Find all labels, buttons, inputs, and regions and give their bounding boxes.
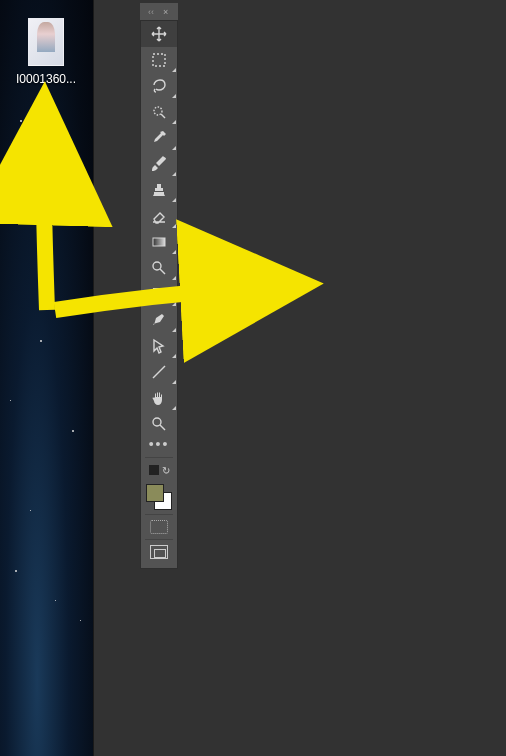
type-tool[interactable] bbox=[141, 281, 177, 307]
dodge-tool[interactable] bbox=[141, 255, 177, 281]
quick-mask-icon[interactable] bbox=[150, 520, 168, 534]
toolbox-header[interactable]: ‹‹ × bbox=[140, 3, 178, 20]
eyedropper-tool[interactable] bbox=[141, 125, 177, 151]
svg-rect-2 bbox=[153, 238, 165, 246]
hand-tool[interactable] bbox=[141, 385, 177, 411]
collapse-panel-icon[interactable]: ‹‹ bbox=[145, 7, 157, 17]
gradient-tool[interactable] bbox=[141, 229, 177, 255]
pen-tool[interactable] bbox=[141, 307, 177, 333]
toolbox-panel: ••• ↻ bbox=[140, 20, 178, 569]
desktop-background: I0001360... bbox=[0, 0, 93, 756]
submenu-indicator-icon bbox=[172, 120, 176, 124]
quick-selection-tool[interactable] bbox=[141, 99, 177, 125]
eraser-tool[interactable] bbox=[141, 203, 177, 229]
submenu-indicator-icon bbox=[172, 328, 176, 332]
move-tool[interactable] bbox=[141, 21, 177, 47]
foreground-color-swatch[interactable] bbox=[146, 484, 164, 502]
swap-colors-icon[interactable]: ↻ bbox=[162, 465, 170, 476]
svg-point-3 bbox=[153, 262, 161, 270]
submenu-indicator-icon bbox=[172, 146, 176, 150]
file-thumbnail bbox=[28, 18, 64, 66]
zoom-tool[interactable] bbox=[141, 411, 177, 437]
close-panel-icon[interactable]: × bbox=[163, 7, 173, 17]
edit-toolbar-button[interactable]: ••• bbox=[141, 437, 177, 455]
submenu-indicator-icon bbox=[172, 94, 176, 98]
submenu-indicator-icon bbox=[172, 172, 176, 176]
submenu-indicator-icon bbox=[172, 276, 176, 280]
screen-mode-icon[interactable] bbox=[150, 545, 168, 559]
submenu-indicator-icon bbox=[172, 302, 176, 306]
brush-tool[interactable] bbox=[141, 151, 177, 177]
color-swatches[interactable] bbox=[146, 484, 172, 510]
desktop-file-icon[interactable]: I0001360... bbox=[8, 18, 84, 86]
line-tool[interactable] bbox=[141, 359, 177, 385]
default-colors-row: ↻ bbox=[141, 460, 177, 480]
file-label: I0001360... bbox=[8, 72, 84, 86]
submenu-indicator-icon bbox=[172, 354, 176, 358]
submenu-indicator-icon bbox=[172, 224, 176, 228]
path-selection-tool[interactable] bbox=[141, 333, 177, 359]
lasso-tool[interactable] bbox=[141, 73, 177, 99]
submenu-indicator-icon bbox=[172, 68, 176, 72]
submenu-indicator-icon bbox=[172, 380, 176, 384]
clone-stamp-tool[interactable] bbox=[141, 177, 177, 203]
svg-point-4 bbox=[153, 418, 161, 426]
svg-point-1 bbox=[154, 107, 162, 115]
marquee-tool[interactable] bbox=[141, 47, 177, 73]
submenu-indicator-icon bbox=[172, 250, 176, 254]
submenu-indicator-icon bbox=[172, 198, 176, 202]
svg-rect-0 bbox=[153, 54, 165, 66]
submenu-indicator-icon bbox=[172, 406, 176, 410]
default-colors-icon[interactable] bbox=[149, 465, 159, 475]
